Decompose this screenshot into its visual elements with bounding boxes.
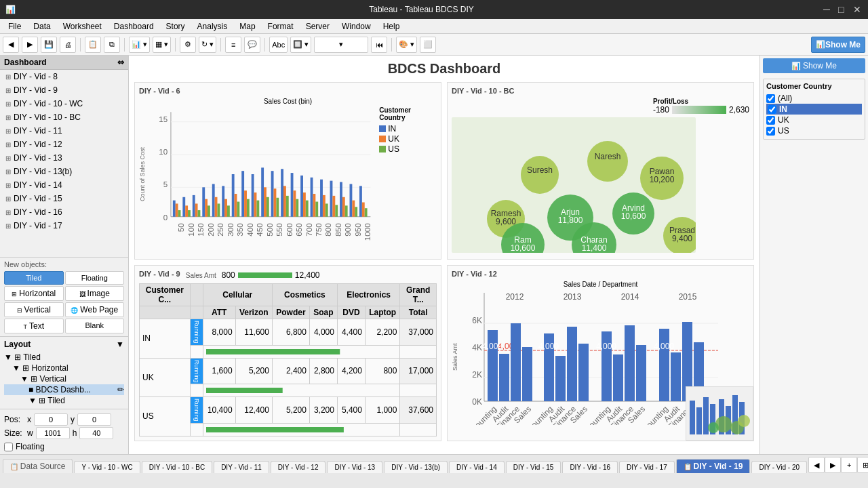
layout-toggle[interactable]: ▼	[116, 340, 124, 349]
format-btn[interactable]: 🎨 ▾	[396, 37, 417, 53]
tab-vid13[interactable]: DIY - Vid - 13	[327, 461, 382, 473]
sidebar-item-vid13b[interactable]: ⊞ DIY - Vid - 13(b)	[0, 165, 128, 178]
tiled-button[interactable]: Tiled	[4, 271, 64, 285]
svg-rect-17	[198, 210, 201, 217]
svg-rect-133	[499, 354, 509, 401]
tab-vid16[interactable]: DIY - Vid - 16	[562, 461, 618, 473]
tab-vid10bc[interactable]: DIY - Vid - 10 - BC	[142, 461, 212, 473]
cc-in-checkbox[interactable]	[768, 105, 776, 114]
layout-bdcs-node[interactable]: ■ BDCS Dashb... ✏	[4, 384, 124, 395]
prev-button[interactable]: ⏮	[371, 37, 387, 53]
tab-vid12[interactable]: DIY - Vid - 12	[271, 461, 326, 473]
print-button[interactable]: 🖨	[60, 37, 76, 53]
text-object-button[interactable]: T Text	[4, 319, 64, 333]
add-sheet-btn[interactable]: +	[841, 457, 857, 473]
y-input[interactable]	[77, 413, 111, 426]
h-input[interactable]	[79, 427, 113, 439]
sidebar-item-vid11[interactable]: ⊞ DIY - Vid - 11	[0, 124, 128, 138]
cc-uk[interactable]: UK	[766, 115, 862, 125]
grid-view-btn[interactable]: ⊞	[857, 457, 868, 473]
webpage-button[interactable]: 🌐 Web Page	[65, 302, 125, 317]
view-button[interactable]: 🔲 ▾	[290, 37, 311, 53]
sidebar-item-vid16[interactable]: ⊞ DIY - Vid - 16	[0, 205, 128, 219]
show-me-button[interactable]: 📊 Show Me	[811, 37, 865, 53]
svg-rect-62	[345, 205, 348, 216]
sidebar-item-vid12[interactable]: ⊞ DIY - Vid - 12	[0, 138, 128, 151]
cc-us[interactable]: US	[766, 125, 862, 136]
sidebar-item-vid15[interactable]: ⊞ DIY - Vid - 15	[0, 192, 128, 205]
menu-analysis[interactable]: Analysis	[192, 20, 233, 33]
cc-all-checkbox[interactable]	[766, 94, 775, 103]
back-button[interactable]: ◀	[3, 37, 19, 53]
menu-file[interactable]: File	[3, 20, 26, 33]
tab-vid14[interactable]: DIY - Vid - 14	[449, 461, 505, 473]
cc-in[interactable]: IN	[766, 104, 862, 115]
save-button[interactable]: 💾	[41, 37, 57, 53]
sidebar-item-vid9[interactable]: ⊞ DIY - Vid - 9	[0, 83, 128, 97]
cc-uk-checkbox[interactable]	[766, 116, 775, 125]
tab-vid15[interactable]: DIY - Vid - 15	[506, 461, 561, 473]
minimize-button[interactable]: ─	[823, 5, 833, 14]
tab-vid20[interactable]: DIY - Vid - 20	[751, 461, 807, 473]
text-button[interactable]: Abc	[269, 37, 288, 53]
show-me-button[interactable]: 📊 Show Me	[763, 58, 865, 73]
cc-all[interactable]: (All)	[766, 93, 862, 104]
present-button[interactable]: ⬜	[420, 37, 436, 53]
menu-map[interactable]: Map	[234, 20, 260, 33]
layout-edit-icon[interactable]: ✏	[117, 385, 124, 394]
vid9-title: DIY - Vid - 9	[139, 270, 180, 278]
tab-vid11[interactable]: DIY - Vid - 11	[214, 461, 269, 473]
vertical-button[interactable]: ⊟ Vertical	[4, 302, 64, 317]
tab-vid13b[interactable]: DIY - Vid - 13(b)	[384, 461, 448, 473]
chart-type-button[interactable]: 📊 ▾	[129, 37, 150, 53]
h-label: h	[73, 428, 77, 438]
svg-text:11,800: 11,800	[558, 216, 583, 225]
sidebar-item-vid8[interactable]: ⊞ DIY - Vid - 8	[0, 70, 128, 83]
refresh-button[interactable]: ↻ ▾	[199, 37, 216, 53]
sidebar-item-vid13[interactable]: ⊞ DIY - Vid - 13	[0, 151, 128, 165]
scroll-right-btn[interactable]: ▶	[825, 457, 841, 473]
menu-data[interactable]: Data	[28, 20, 56, 33]
tab-datasource[interactable]: 📋 Data Source	[3, 459, 73, 473]
x-input[interactable]	[34, 413, 68, 426]
mark-type-button[interactable]: ▦ ▾	[153, 37, 171, 53]
menu-dashboard[interactable]: Dashboard	[108, 20, 159, 33]
copy-button[interactable]: ⧉	[104, 37, 120, 53]
scroll-left-btn[interactable]: ◀	[808, 457, 825, 473]
menu-window[interactable]: Window	[336, 20, 376, 33]
image-button[interactable]: 🖼 Image	[65, 286, 125, 301]
dropdown-button[interactable]: ▾	[314, 37, 368, 53]
highlight-button[interactable]: ≡	[225, 37, 241, 53]
floating-button[interactable]: Floating	[65, 271, 125, 285]
sidebar-item-vid10bc[interactable]: ⊞ DIY - Vid - 10 - BC	[0, 110, 128, 124]
menu-worksheet[interactable]: Worksheet	[58, 20, 107, 33]
sidebar-item-vid14[interactable]: ⊞ DIY - Vid - 14	[0, 178, 128, 192]
svg-rect-24	[222, 186, 224, 216]
layout-horizontal-node[interactable]: ▼ ⊞ Horizontal	[4, 363, 124, 373]
blank-button[interactable]: Blank	[65, 319, 125, 333]
maximize-button[interactable]: □	[838, 5, 848, 14]
layout-tiled2-node[interactable]: ▼ ⊞ Tiled	[4, 395, 124, 406]
sidebar-item-vid17[interactable]: ⊞ DIY - Vid - 17	[0, 219, 128, 232]
tab-vid17[interactable]: DIY - Vid - 17	[619, 461, 675, 473]
layout-vertical-node[interactable]: ▼ ⊞ Vertical	[4, 373, 124, 384]
tooltip-button[interactable]: 💬	[244, 37, 260, 53]
w-input[interactable]	[36, 427, 70, 439]
horizontal-button[interactable]: ⊞ Horizontal	[4, 286, 64, 301]
tab-vid19[interactable]: 📋 DIY - Vid - 19	[676, 459, 751, 473]
floating-checkbox[interactable]	[4, 443, 13, 451]
layout-tiled-node[interactable]: ▼ ⊞ Tiled	[4, 352, 124, 363]
menu-help[interactable]: Help	[378, 20, 406, 33]
sidebar-expand-icon[interactable]: ⇔	[117, 58, 124, 67]
forward-button[interactable]: ▶	[22, 37, 38, 53]
menu-server[interactable]: Server	[300, 20, 335, 33]
vid12-chart: 0K 2K 4K 6K 4,000 2012	[464, 289, 722, 425]
cc-us-checkbox[interactable]	[766, 127, 775, 136]
new-worksheet-button[interactable]: 📋	[85, 37, 101, 53]
menu-format[interactable]: Format	[262, 20, 299, 33]
menu-story[interactable]: Story	[161, 20, 191, 33]
sidebar-item-vid10wc[interactable]: ⊞ DIY - Vid - 10 - WC	[0, 97, 128, 110]
tab-vid10wc[interactable]: Y - Vid - 10 - WC	[74, 461, 140, 473]
filter-button[interactable]: ⚙	[180, 37, 196, 53]
close-button[interactable]: ✕	[853, 5, 863, 14]
